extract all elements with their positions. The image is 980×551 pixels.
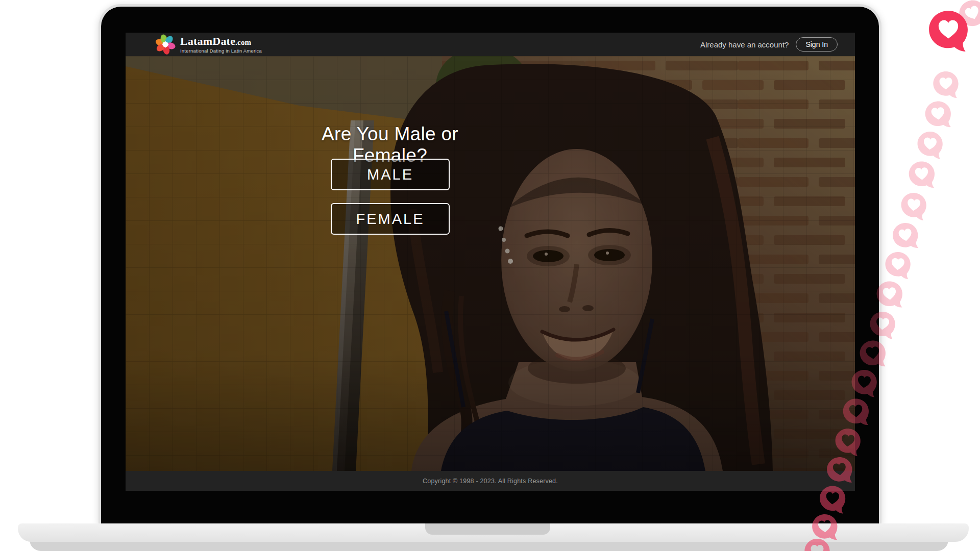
male-button[interactable]: MALE: [331, 159, 450, 190]
heart-trail-icon: [885, 252, 911, 280]
heart-trail-icon: [955, 0, 980, 32]
brand-name: LatamDate.com: [180, 35, 262, 47]
heart-trail-icon: [900, 192, 927, 221]
site-header: LatamDate.com International Dating in La…: [126, 33, 855, 56]
female-button[interactable]: FEMALE: [331, 203, 450, 235]
flower-logo-icon: [155, 34, 176, 55]
hero-section: Are You Male or Female? MALE FEMALE: [126, 56, 855, 471]
heart-trail-icon: [908, 161, 936, 189]
hero-overlay: Are You Male or Female? MALE FEMALE: [126, 56, 855, 471]
account-area: Already have an account? Sign In: [700, 37, 838, 52]
page: LatamDate.com International Dating in La…: [0, 0, 980, 551]
brand-logo[interactable]: LatamDate.com International Dating in La…: [155, 34, 262, 55]
heart-trail-icon: [917, 131, 944, 159]
heart-pin-icon: [929, 11, 968, 52]
brand-tagline: International Dating in Latin America: [180, 48, 262, 54]
heart-trail-icon: [933, 71, 958, 98]
brand-text: LatamDate.com International Dating in La…: [180, 35, 262, 53]
account-prompt: Already have an account?: [700, 40, 789, 49]
copyright-text: Copyright © 1998 - 2023. All Rights Rese…: [423, 478, 558, 485]
sign-in-button[interactable]: Sign In: [796, 37, 838, 52]
laptop-base-notch: [425, 523, 550, 535]
site-footer: Copyright © 1998 - 2023. All Rights Rese…: [126, 471, 855, 491]
heart-trail-icon: [924, 100, 952, 130]
heart-trail-icon: [891, 221, 920, 251]
laptop-screen: LatamDate.com International Dating in La…: [126, 33, 855, 491]
